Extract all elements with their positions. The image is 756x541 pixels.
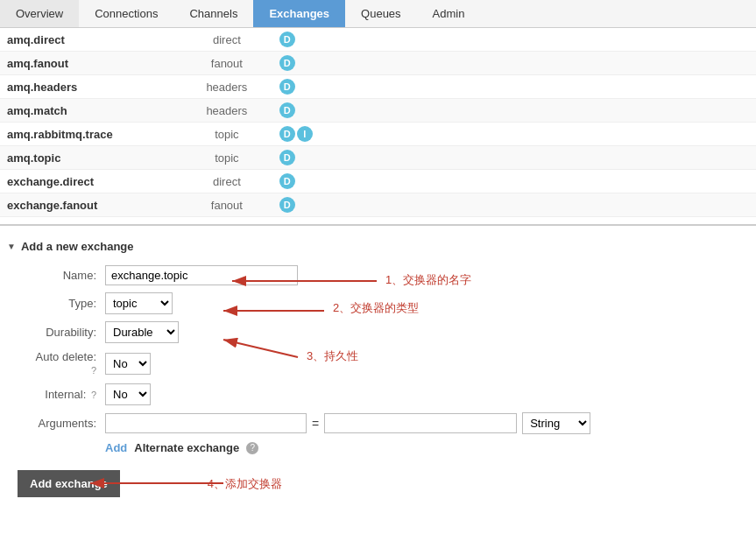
table-extra-cell — [353, 99, 756, 123]
tab-connections[interactable]: Connections — [79, 0, 173, 27]
tab-exchanges[interactable]: Exchanges — [253, 0, 345, 27]
autodelete-select[interactable]: No Yes — [105, 353, 151, 375]
annotation-4: 4、添加交换器 — [208, 476, 282, 492]
table-row: exchange.fanout — [0, 193, 181, 217]
tab-queues[interactable]: Queues — [345, 0, 417, 27]
annotation-3: 3、持久性 — [307, 348, 358, 364]
arguments-label: Arguments: — [26, 417, 105, 430]
durability-row: Durability: Durable Transient — [26, 321, 756, 343]
table-extra-cell — [353, 28, 756, 52]
table-row: amq.rabbitmq.trace — [0, 123, 181, 146]
type-label: Type: — [26, 297, 105, 310]
name-input[interactable] — [105, 265, 298, 285]
annotation-2: 2、交换器的类型 — [333, 300, 419, 316]
durability-select[interactable]: Durable Transient — [105, 321, 179, 343]
durability-label: Durability: — [26, 326, 105, 339]
triangle-icon: ▼ — [7, 242, 16, 251]
table-type-cell: topic — [181, 146, 272, 170]
table-badges-cell: D — [272, 75, 353, 99]
table-extra-cell — [353, 123, 756, 146]
bottom-row: Add exchange 4、添加交换器 — [0, 463, 756, 504]
table-type-cell: headers — [181, 75, 272, 99]
exchange-table: amq.direct direct D amq.fanout fanout D … — [0, 28, 756, 217]
annotation-1: 1、交换器的名字 — [385, 272, 471, 288]
tab-admin[interactable]: Admin — [417, 0, 481, 27]
table-row: amq.fanout — [0, 52, 181, 75]
table-badges-cell: D — [272, 28, 353, 52]
table-badges-cell: DI — [272, 123, 353, 146]
table-badges-cell: D — [272, 193, 353, 217]
table-row: amq.direct — [0, 28, 181, 52]
internal-select[interactable]: No Yes — [105, 383, 151, 405]
args-type-select[interactable]: String Number Boolean List — [522, 412, 590, 434]
table-badges-cell: D — [272, 52, 353, 75]
table-row: amq.topic — [0, 146, 181, 170]
tab-channels[interactable]: Channels — [173, 0, 253, 27]
add-section-title: Add a new exchange — [21, 240, 134, 253]
table-row: amq.headers — [0, 75, 181, 99]
add-link-text[interactable]: Add — [105, 441, 127, 454]
table-type-cell: topic — [181, 123, 272, 146]
table-type-cell: direct — [181, 170, 272, 193]
table-extra-cell — [353, 52, 756, 75]
table-type-cell: headers — [181, 99, 272, 123]
table-extra-cell — [353, 75, 756, 99]
form-container: Name: Type: direct fanout headers topic … — [0, 256, 756, 454]
table-badges-cell: D — [272, 99, 353, 123]
arguments-row: Arguments: = String Number Boolean List — [26, 412, 756, 434]
tab-overview[interactable]: Overview — [0, 0, 79, 27]
alt-exchange-link[interactable]: Alternate exchange — [134, 441, 239, 454]
table-extra-cell — [353, 193, 756, 217]
form-area: Name: Type: direct fanout headers topic … — [0, 256, 756, 454]
table-badges-cell: D — [272, 170, 353, 193]
table-type-cell: fanout — [181, 52, 272, 75]
table-extra-cell — [353, 170, 756, 193]
add-exchange-section: ▼ Add a new exchange Name: Type: direct … — [0, 224, 756, 454]
autodelete-q: ? — [91, 365, 96, 376]
internal-q: ? — [91, 390, 96, 400]
table-badges-cell: D — [272, 146, 353, 170]
table-row: amq.match — [0, 99, 181, 123]
autodelete-row: Auto delete: ? No Yes — [26, 350, 756, 376]
internal-label: Internal: ? — [26, 388, 105, 401]
arguments-value-input[interactable] — [324, 413, 517, 433]
alt-exchange-row: Add Alternate exchange ? — [26, 441, 756, 454]
autodelete-label: Auto delete: ? — [26, 350, 105, 376]
arguments-key-input[interactable] — [105, 413, 307, 433]
nav-tabs: Overview Connections Channels Exchanges … — [0, 0, 756, 28]
alt-exchange-q: ? — [246, 442, 258, 454]
table-type-cell: fanout — [181, 193, 272, 217]
table-type-cell: direct — [181, 28, 272, 52]
internal-row: Internal: ? No Yes — [26, 383, 756, 405]
add-section-toggle[interactable]: ▼ Add a new exchange — [0, 236, 756, 256]
type-select[interactable]: direct fanout headers topic — [105, 292, 173, 314]
args-equals: = — [312, 417, 319, 431]
name-label: Name: — [26, 269, 105, 282]
add-exchange-button[interactable]: Add exchange — [18, 470, 120, 497]
table-extra-cell — [353, 146, 756, 170]
table-row: exchange.direct — [0, 170, 181, 193]
